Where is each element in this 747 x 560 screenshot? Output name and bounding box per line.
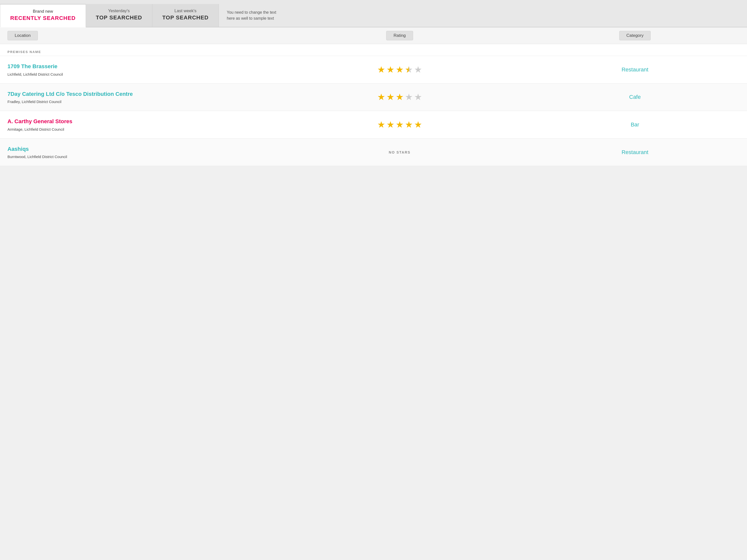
col-location-header: Location (0, 31, 276, 40)
star-filled: ★ (377, 65, 385, 74)
tab-notice: You need to change the text here as well… (219, 4, 289, 27)
star-filled: ★ (396, 92, 404, 102)
table-row: Aashiqs Burntwood, Lichfield District Co… (0, 139, 747, 166)
tab-yesterday-subtitle: Yesterday's (96, 8, 142, 14)
result-location: Aashiqs Burntwood, Lichfield District Co… (0, 145, 276, 159)
tab-recently-searched-subtitle: Brand new (10, 9, 76, 14)
table-row: 1709 The Brasserie Lichfield, Lichfield … (0, 56, 747, 84)
star-filled: ★ (396, 120, 404, 129)
table-row: 7Day Catering Ltd C/o Tesco Distribution… (0, 84, 747, 111)
result-category: Restaurant (523, 149, 747, 156)
result-name[interactable]: 7Day Catering Ltd C/o Tesco Distribution… (7, 90, 272, 98)
tab-lastweek-subtitle: Last week's (162, 8, 209, 14)
table-row: A. Carthy General Stores Armitage, Lichf… (0, 111, 747, 139)
result-address: Armitage, Lichfield District Council (7, 127, 272, 131)
tab-recently-searched-title: RECENTLY SEARCHED (10, 15, 76, 21)
star-empty: ★ (414, 92, 422, 102)
result-name[interactable]: Aashiqs (7, 145, 272, 153)
tab-recently-searched[interactable]: Brand new RECENTLY SEARCHED (0, 4, 86, 27)
star-filled: ★ (377, 92, 385, 102)
no-stars-label: NO STARS (276, 150, 523, 154)
result-location: 7Day Catering Ltd C/o Tesco Distribution… (0, 90, 276, 104)
stars-row: ★★★ ★★★ (276, 65, 523, 74)
tab-lastweek-title: TOP SEARCHED (162, 15, 209, 21)
result-rating: NO STARS (276, 150, 523, 154)
star-half: ★★ (405, 65, 413, 74)
star-filled: ★ (414, 120, 422, 129)
tab-lastweek-top[interactable]: Last week's TOP SEARCHED (152, 4, 219, 27)
rating-filter-button[interactable]: Rating (386, 31, 413, 40)
stars-row: ★★★★★ (276, 92, 523, 102)
category-filter-button[interactable]: Category (619, 31, 651, 40)
result-name[interactable]: 1709 The Brasserie (7, 63, 272, 70)
location-filter-button[interactable]: Location (7, 31, 38, 40)
result-rating: ★★★★★ (276, 120, 523, 129)
content-area: PREMISES NAME 1709 The Brasserie Lichfie… (0, 44, 747, 166)
star-empty: ★ (405, 92, 413, 102)
result-address: Lichfield, Lichfield District Council (7, 72, 272, 76)
tab-yesterday-top[interactable]: Yesterday's TOP SEARCHED (86, 4, 152, 27)
tabs-container: Brand new RECENTLY SEARCHED Yesterday's … (0, 0, 747, 27)
star-filled: ★ (405, 120, 413, 129)
result-rating: ★★★★★ (276, 92, 523, 102)
star-filled: ★ (386, 120, 395, 129)
result-address: Fradley, Lichfield District Council (7, 100, 272, 104)
result-location: 1709 The Brasserie Lichfield, Lichfield … (0, 63, 276, 76)
result-location: A. Carthy General Stores Armitage, Lichf… (0, 118, 276, 131)
col-category-header: Category (523, 31, 747, 40)
star-filled: ★ (377, 120, 385, 129)
column-headers: Location Rating Category (0, 27, 747, 44)
results-list: 1709 The Brasserie Lichfield, Lichfield … (0, 56, 747, 166)
star-filled: ★ (386, 65, 395, 74)
col-rating-header: Rating (276, 31, 523, 40)
result-address: Burntwood, Lichfield District Council (7, 155, 272, 159)
result-rating: ★★★ ★★★ (276, 65, 523, 74)
result-category: Restaurant (523, 66, 747, 73)
star-filled: ★ (396, 65, 404, 74)
tab-yesterday-title: TOP SEARCHED (96, 15, 142, 21)
stars-row: ★★★★★ (276, 120, 523, 129)
result-category: Bar (523, 122, 747, 128)
star-filled: ★ (386, 92, 395, 102)
result-name[interactable]: A. Carthy General Stores (7, 118, 272, 125)
premises-label: PREMISES NAME (0, 44, 747, 56)
star-empty: ★ (414, 65, 422, 74)
result-category: Cafe (523, 94, 747, 100)
